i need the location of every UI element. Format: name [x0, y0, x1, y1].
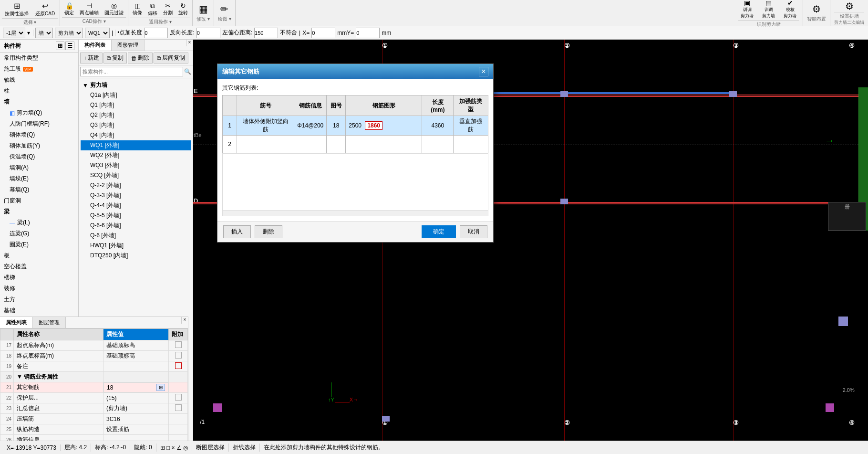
round-filter-btn[interactable]: ◎ 圆元过滤 [102, 1, 126, 17]
props-close[interactable]: × [181, 317, 188, 324]
tree-item-door-win[interactable]: 门窗洞 [0, 195, 78, 206]
props-row-20[interactable]: 20 ▼ 钢筋业务属性 [0, 372, 188, 382]
dialog-close-btn[interactable]: × [479, 67, 488, 76]
fold-label[interactable]: 折线选择 [229, 443, 260, 452]
search-input[interactable] [80, 67, 183, 76]
point-grow-input[interactable] [144, 28, 168, 38]
props-row-19[interactable]: 19 备注 [0, 361, 188, 372]
props-row-21[interactable]: 21 其它钢筋 18 ⊞ [0, 382, 188, 393]
y-input[interactable] [356, 28, 380, 38]
copy-btn[interactable]: ⧉复制 [103, 53, 127, 63]
tree-item-insulation[interactable]: 保温墙(Q) [0, 151, 78, 162]
mirror-btn[interactable]: ◫ 镜像 [130, 1, 145, 18]
ok-btn[interactable]: 确定 [422, 225, 456, 238]
grid-view-btn[interactable]: ⊞ [56, 42, 64, 50]
comp-item-scq[interactable]: SCQ [外墙] [81, 170, 191, 180]
edit-rebar-btn[interactable]: ⊞ [156, 384, 165, 391]
props-row-24[interactable]: 24 压墙筋 3C16 [0, 414, 188, 424]
tree-item-wall-e[interactable]: 墙垛(E) [0, 173, 78, 184]
expand-icon[interactable]: ▼ [83, 82, 88, 89]
comp-item-q33[interactable]: Q-3-3 [外墙] [81, 190, 191, 201]
tree-item-phase[interactable]: 施工段VIP [0, 63, 78, 74]
props-row-22[interactable]: 22 保护层... (15) [0, 393, 188, 403]
split-btn[interactable]: ✂ 分割 [161, 1, 175, 18]
props-row-18[interactable]: 18 终点底标高(m) 基础顶标高 [0, 351, 188, 361]
tree-item-found[interactable]: 基础 [0, 305, 78, 316]
props-row-17[interactable]: 17 起点底标高(m) 基础顶标高 [0, 340, 188, 351]
tree-item-masonry-add[interactable]: 砌体加筋(Y) [0, 140, 78, 151]
row1-shape[interactable]: 2500 1860 [346, 116, 422, 136]
list-view-btn[interactable]: ☰ [65, 42, 74, 50]
insert-btn[interactable]: 插入 [223, 225, 251, 238]
tree-item-hollow[interactable]: 空心楼盖 [0, 261, 78, 272]
restore-cad-btn[interactable]: ↩ 还原CAD [32, 0, 58, 18]
tab-component-list[interactable]: 构件列表 [79, 40, 112, 51]
x-input[interactable] [311, 28, 335, 38]
left-center-input[interactable] [254, 28, 278, 38]
comp-item-q22[interactable]: Q-2-2 [外墙] [81, 180, 191, 190]
category-select[interactable]: 墙 [35, 28, 53, 38]
comp-item-q2[interactable]: Q2 [内墙] [81, 110, 191, 120]
floor-select[interactable]: -1层 [3, 28, 25, 38]
comp-item-dtq[interactable]: DTQ250 [内墙] [81, 251, 191, 261]
comp-item-wq1[interactable]: WQ1 [外墙] [81, 140, 191, 150]
tree-item-plate[interactable]: 板 [0, 250, 78, 261]
delete-btn[interactable]: 🗑删除 [128, 53, 153, 63]
attr-select-btn[interactable]: ⊞ 按属性选择 [2, 0, 31, 18]
name-select[interactable]: WQ1 [85, 28, 110, 38]
tree-item-conn-g[interactable]: 连梁(G) [0, 228, 78, 239]
tree-item-beam[interactable]: 梁 [0, 206, 78, 217]
view-shear-btn[interactable]: ▤ 训调剪力墙 [760, 0, 777, 20]
comp-item-q1a[interactable]: Q1a [内墙] [81, 90, 191, 100]
panel-close[interactable]: × [186, 40, 193, 46]
comp-item-q44[interactable]: Q-4-4 [外墙] [81, 201, 191, 211]
comp-item-hwq1[interactable]: HWQ1 [外墙] [81, 241, 191, 251]
cad-canvas[interactable]: ① ② ③ ④ ① ② ③ ④ /1 E D 给水线 [193, 40, 868, 441]
type-select[interactable]: 剪力墙 [55, 28, 83, 38]
comp-item-q4[interactable]: Q4 [内墙] [81, 130, 191, 140]
tree-item-deco[interactable]: 装修 [0, 283, 78, 294]
props-row-25[interactable]: 25 纵筋构造 设置插筋 [0, 424, 188, 435]
floor-copy-btn[interactable]: ⧉层间复制 [154, 53, 188, 63]
two-point-btn[interactable]: ⊣ 两点辅轴 [77, 1, 101, 17]
tree-item-beam-l[interactable]: —梁(L) [0, 217, 78, 228]
comp-item-q6[interactable]: Q-6 [外墙] [81, 231, 191, 241]
rotate-btn[interactable]: ↻ 旋转 [176, 1, 190, 18]
tree-item-wall-a[interactable]: 墙洞(A) [0, 162, 78, 173]
tree-item-shear-q[interactable]: ◧剪力墙(Q) [0, 107, 78, 118]
calibrate-btn[interactable]: ▣ 训调剪力墙 [738, 0, 756, 20]
snap-label[interactable]: 断图层选择 [192, 443, 229, 452]
reverse-len-input[interactable] [196, 28, 220, 38]
comp-item-q1[interactable]: Q1 [内墙] [81, 100, 191, 110]
comp-item-q3[interactable]: Q3 [内墙] [81, 120, 191, 130]
props-row-26[interactable]: 26 插筋信息 [0, 435, 188, 441]
tree-item-stair[interactable]: 楼梯 [0, 272, 78, 283]
delete-btn2[interactable]: 删除 [255, 225, 282, 238]
tree-item-earth[interactable]: 土方 [0, 294, 78, 305]
new-btn[interactable]: +新建 [80, 53, 103, 63]
lock-btn[interactable]: 🔒 锁定 [62, 1, 76, 17]
cancel-btn[interactable]: 取消 [460, 225, 487, 238]
tree-item-ring-e[interactable]: 圈梁(E) [0, 239, 78, 250]
tree-item-column[interactable]: 柱 [0, 85, 78, 96]
tab-graphic[interactable]: 图形管理 [112, 40, 145, 51]
tree-item-wall[interactable]: 墙 [0, 96, 78, 107]
tab-props[interactable]: 属性列表 [0, 317, 33, 328]
table-row-1[interactable]: 1 墙体外侧附加竖向筋 Φ14@200 18 2500 1860 4360 垂直… [223, 116, 488, 136]
tree-item-curtain[interactable]: 幕墙(Q) [0, 184, 78, 195]
props-row-23[interactable]: 23 汇总信息 (剪力墙) [0, 403, 188, 414]
row2-info [294, 136, 327, 153]
comp-item-wq2[interactable]: WQ2 [外墙] [81, 150, 191, 160]
comp-item-q66[interactable]: Q-6-6 [外墙] [81, 221, 191, 231]
check-btn[interactable]: ✔ 校核剪力墙 [781, 0, 799, 20]
tab-layers[interactable]: 图层管理 [33, 317, 66, 328]
comp-item-q55[interactable]: Q-5-5 [外墙] [81, 211, 191, 221]
tree-item-masonry[interactable]: 砌体墙(Q) [0, 129, 78, 140]
table-row-2[interactable]: 2 [223, 136, 488, 153]
tree-item-door-frame[interactable]: 人防门框墙(RF) [0, 118, 78, 129]
offset-btn[interactable]: ⧉ 偏移 [145, 1, 160, 18]
tree-item-common[interactable]: 常用构件类型 [0, 53, 78, 63]
comp-item-wq3[interactable]: WQ3 [外墙] [81, 160, 191, 170]
tree-item-axis[interactable]: 轴线 [0, 74, 78, 85]
shape-highlight[interactable]: 1860 [365, 121, 382, 130]
